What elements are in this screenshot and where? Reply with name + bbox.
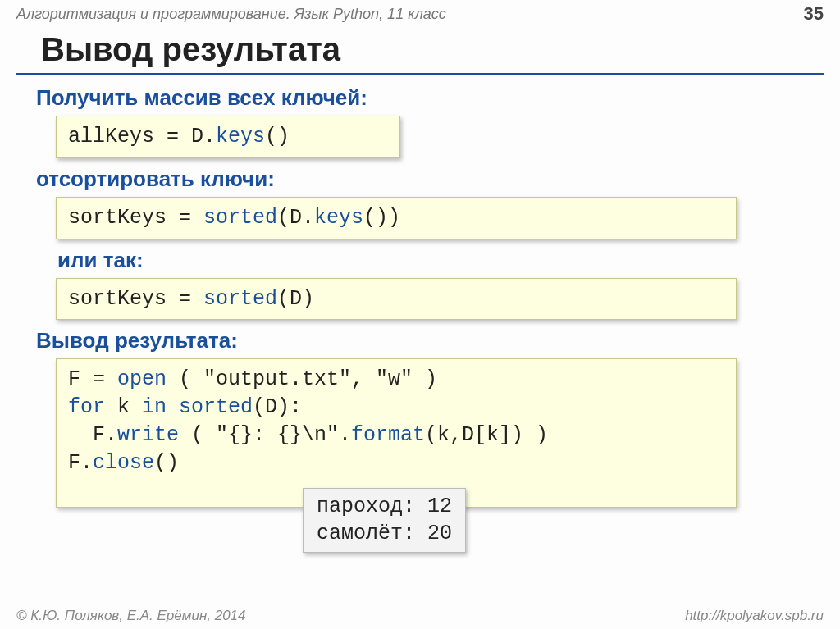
code-method: write [117,423,179,447]
code-text: allKeys [68,125,154,148]
code-text: sortKeys [68,287,167,311]
code-text: sortKeys [68,206,167,230]
code-text [167,395,179,419]
label-sort-keys: отсортировать ключи: [36,166,807,192]
code-text: = [167,206,203,230]
code-text: ( "{}: {}\n". [179,423,351,447]
code-func: sorted [179,395,253,419]
label-output-result: Вывод результата: [36,328,807,353]
code-line: F = open ( "output.txt", "w" ) [68,366,724,394]
footer-bar: © К.Ю. Поляков, Е.А. Ерёмин, 2014 http:/… [0,604,840,629]
code-text: = [154,125,191,148]
code-func: sorted [203,287,277,311]
code-method: keys [314,206,363,230]
code-line: for k in sorted(D): [68,394,724,422]
code-method: format [351,423,425,447]
code-text: F. [68,423,117,447]
code-box-output: F = open ( "output.txt", "w" ) for k in … [56,358,737,508]
code-text: ()) [363,206,400,230]
code-text: ( "output.txt", "w" ) [167,367,437,391]
output-box: пароход: 12 самолёт: 20 [303,488,466,553]
code-text: = [167,287,203,311]
label-or-so: или так: [57,248,807,273]
code-box-sortkeys: sortKeys = sorted(D.keys()) [56,197,737,239]
code-text: (D): [253,395,302,419]
code-text: () [265,125,290,148]
page-number: 35 [804,3,824,25]
code-text: (D) [277,287,314,311]
code-text: (D. [277,206,314,230]
code-kw: for [68,395,105,419]
course-label: Алгоритмизация и программирование. Язык … [16,6,446,23]
code-line: F.close() [68,449,724,477]
code-text: F. [68,451,93,475]
code-text: D. [191,125,216,148]
label-get-keys: Получить массив всех ключей: [36,85,807,111]
code-method: close [93,451,154,475]
slide-title: Вывод результата [16,26,824,75]
footer-url: http://kpolyakov.spb.ru [685,608,824,624]
code-func: open [117,367,167,391]
header-bar: Алгоритмизация и программирование. Язык … [0,0,840,26]
code-box-allkeys: allKeys = D.keys() [56,116,400,158]
code-box-sortkeys-short: sortKeys = sorted(D) [56,278,737,321]
code-text: k [105,395,142,419]
code-text: () [154,451,179,475]
code-method: keys [216,125,265,148]
code-text: (k,D[k]) ) [425,423,548,447]
code-kw: in [142,395,167,419]
slide-content: Получить массив всех ключей: allKeys = D… [0,85,840,508]
code-text: F = [68,367,117,391]
code-line: F.write ( "{}: {}\n".format(k,D[k]) ) [68,422,724,449]
code-func: sorted [203,206,277,230]
copyright: © К.Ю. Поляков, Е.А. Ерёмин, 2014 [16,608,246,624]
